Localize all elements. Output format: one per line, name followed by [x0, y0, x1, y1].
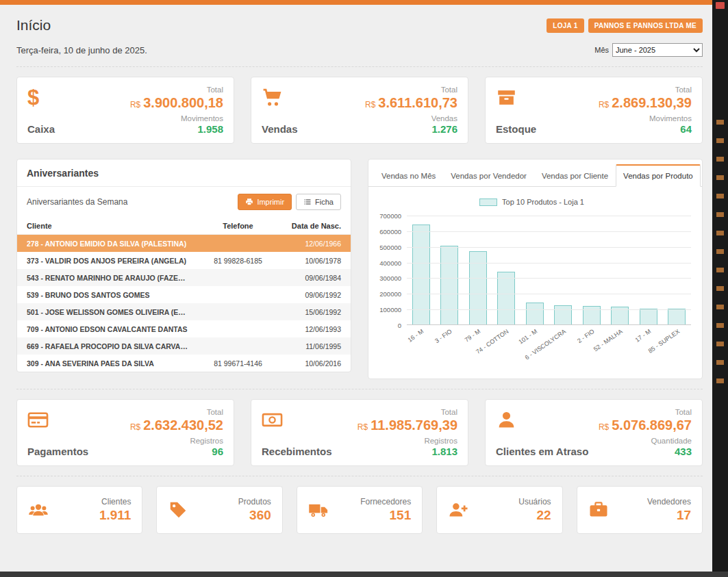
y-tick-label: 200000 [379, 290, 401, 298]
tag-icon [168, 500, 188, 520]
bar: 74 - COTTON [492, 216, 521, 324]
birthdays-table-body: 278 - ANTONIO EMIDIO DA SILVA (PALESTINA… [17, 235, 351, 372]
section-divider [16, 66, 703, 67]
stat-card-title: Estoque [496, 123, 536, 135]
currency-prefix: R$ [357, 422, 368, 432]
birthday-row[interactable]: 669 - RAFAELA PROCOPIO DA SILVA CARVALHO… [17, 337, 351, 355]
column-telefone: Telefone [195, 222, 281, 230]
y-tick-label: 300000 [379, 274, 401, 282]
stat-card-vendas: Vendas Total R$3.611.610,73 Vendas 1.276 [251, 77, 468, 144]
top-accent-bar [0, 0, 728, 5]
column-cliente: Cliente [27, 222, 195, 230]
birthday-date: 15/06/1992 [281, 308, 341, 316]
stat-total-value: 2.632.430,52 [143, 418, 223, 433]
counter-label: Usuários [518, 497, 551, 507]
birthday-row[interactable]: 309 - ANA SEVERINA PAES DA SILVA81 99671… [17, 355, 351, 372]
sales-tabs: Vendas no MêsVendas por VendedorVendas p… [368, 159, 702, 187]
counter-value: 17 [647, 508, 691, 523]
cart-icon [262, 86, 298, 109]
currency-prefix: R$ [130, 422, 140, 432]
company-badge[interactable]: PANNOS E PANNOS LTDA ME [588, 18, 703, 33]
store-badges: LOJA 1 PANNOS E PANNOS LTDA ME [547, 18, 703, 33]
x-tick-label: 52 - MALHA [592, 328, 624, 352]
stat-total-label: Total [130, 408, 223, 416]
stat-total-label: Total [357, 408, 457, 416]
x-tick-label: 3 - FIO [434, 328, 453, 344]
birthday-row[interactable]: 501 - JOSE WELISSON GOMES OLIVEIRA (ELC…… [17, 303, 351, 320]
ficha-button[interactable]: Ficha [296, 194, 341, 210]
column-data-nasc: Data de Nasc. [281, 222, 341, 230]
bottom-taskbar-strip [0, 572, 728, 577]
print-button[interactable]: Imprimir [238, 194, 292, 210]
counter-card-produtos: Produtos 360 [156, 486, 282, 534]
section-divider [16, 476, 703, 476]
stat-total-label: Total [599, 408, 692, 416]
counter-value: 1.911 [99, 508, 131, 523]
x-tick-label: 2 - FIO [576, 328, 596, 344]
birthday-row[interactable]: 539 - BRUNO DOS SANTOS GOMES09/06/1992 [17, 286, 351, 303]
birthday-row[interactable]: 543 - RENATO MARINHO DE ARAUJO (FAZEND…0… [17, 269, 351, 286]
y-tick-label: 0 [398, 322, 401, 329]
stat-count-label: Vendas [365, 114, 457, 123]
briefcase-icon [588, 500, 609, 520]
month-select[interactable]: June - 2025 [612, 43, 703, 57]
birthday-date: 12/06/1993 [281, 325, 341, 333]
store-badge[interactable]: LOJA 1 [547, 18, 583, 33]
tab-vendas-por-produto[interactable]: Vendas por Produto [616, 164, 701, 187]
currency-prefix: R$ [599, 100, 609, 110]
bar: 6 - VISCOLYCRA [549, 216, 578, 324]
counter-label: Clientes [99, 497, 131, 507]
x-tick-label: 79 - M [464, 328, 482, 344]
birthday-phone: 81 99828-6185 [195, 257, 281, 265]
tab-vendas-por-vendedor[interactable]: Vendas por Vendedor [443, 165, 534, 187]
stat-count-value: 64 [599, 123, 692, 135]
counter-label: Vendedores [647, 497, 691, 507]
stat-card-title: Caixa [27, 123, 55, 135]
stat-count-label: Movimentos [130, 114, 223, 123]
printer-icon [245, 198, 253, 206]
stat-count-value: 1.813 [357, 446, 457, 457]
truck-icon [308, 500, 329, 520]
y-axis: 0100000200000300000400000500000600000700… [373, 216, 407, 325]
stat-count-value: 1.276 [365, 123, 457, 135]
stat-count-label: Registros [130, 437, 223, 445]
birthday-date: 11/06/1995 [281, 342, 341, 350]
stat-card-caixa: $ Caixa Total R$3.900.800,18 Movimentos … [16, 77, 234, 144]
stat-card-estoque: Estoque Total R$2.869.130,39 Movimentos … [485, 77, 703, 144]
birthday-client: 373 - VALDIR DOS ANJOS PEREIRA (ANGELA) [27, 257, 195, 265]
tab-vendas-no-mês[interactable]: Vendas no Mês [374, 165, 443, 187]
birthday-row[interactable]: 278 - ANTONIO EMIDIO DA SILVA (PALESTINA… [17, 235, 351, 252]
birthday-row[interactable]: 373 - VALDIR DOS ANJOS PEREIRA (ANGELA)8… [17, 252, 351, 269]
stat-count-label: Movimentos [599, 114, 692, 123]
y-tick-label: 100000 [379, 306, 401, 313]
tab-vendas-por-cliente[interactable]: Vendas por Cliente [534, 165, 616, 187]
x-tick-label: 17 - M [634, 328, 653, 344]
stat-card-title: Recebimentos [262, 446, 332, 457]
currency-prefix: R$ [130, 100, 140, 110]
birthdays-panel: Aniversariantes Aniversariantes da Seman… [16, 159, 351, 372]
stat-card-title: Clientes em Atraso [496, 446, 588, 457]
birthday-client: 539 - BRUNO DOS SANTOS GOMES [27, 291, 195, 299]
birthday-date: 12/06/1966 [281, 240, 341, 248]
stat-total-label: Total [365, 86, 457, 94]
mid-stats-row: Pagamentos Total R$2.632.430,52 Registro… [16, 399, 703, 466]
stat-total-value: 2.869.130,39 [612, 95, 692, 110]
list-icon [303, 198, 312, 206]
counters-row: Clientes 1.911 Produtos 360 Fornecedores… [16, 486, 703, 534]
counter-value: 22 [518, 508, 551, 523]
stat-card-title: Pagamentos [27, 446, 88, 457]
birthday-date: 10/06/1978 [281, 257, 341, 265]
dashboard-content: Início LOJA 1 PANNOS E PANNOS LTDA ME Te… [0, 5, 728, 534]
counter-value: 360 [238, 508, 271, 523]
birthday-row[interactable]: 709 - ANTONIO EDSON CAVALCANTE DANTAS12/… [17, 320, 351, 337]
stat-total-label: Total [130, 86, 223, 94]
y-tick-label: 500000 [379, 243, 401, 251]
user-plus-icon [448, 500, 468, 520]
birthdays-subtitle: Aniversariantes da Semana [27, 197, 127, 207]
stat-total-label: Total [599, 86, 692, 94]
birthday-phone: 81 99671-4146 [195, 359, 281, 368]
counter-card-clientes: Clientes 1.911 [16, 486, 142, 534]
y-tick-label: 600000 [379, 227, 401, 235]
bar: 3 - FIO [436, 216, 464, 324]
plot-grid: 16 - M3 - FIO79 - M74 - COTTON101 - M6 -… [407, 216, 691, 325]
